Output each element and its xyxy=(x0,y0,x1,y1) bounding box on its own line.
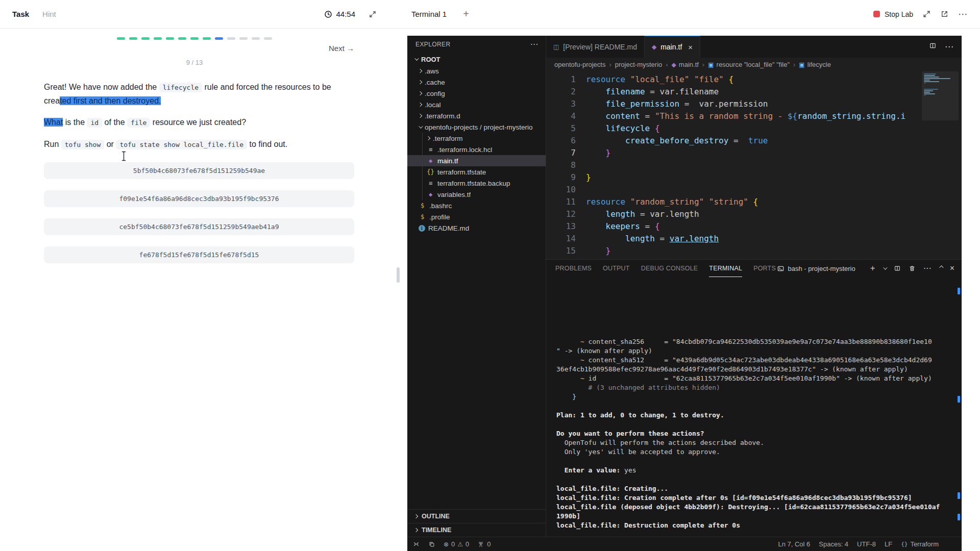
new-terminal-icon[interactable]: + xyxy=(870,263,875,273)
tab-task[interactable]: Task xyxy=(12,10,29,18)
breadcrumb-item[interactable]: opentofu-projects xyxy=(554,61,605,68)
tf-file-icon: ◆ xyxy=(427,157,434,164)
remote-indicator[interactable] xyxy=(412,540,420,548)
hcl-file-icon: ≡ xyxy=(427,180,434,187)
next-button[interactable]: Next → xyxy=(329,44,354,53)
file-label: .terraform.lock.hcl xyxy=(437,146,492,154)
text-run: Run xyxy=(44,140,61,148)
symbol-icon: ▣ xyxy=(799,61,804,68)
problems-status[interactable]: ⊗ 0 ⚠ 0 xyxy=(444,540,469,548)
file-item[interactable]: $.bashrc xyxy=(407,200,546,211)
open-external-icon[interactable] xyxy=(940,10,949,18)
folder-item[interactable]: .cache xyxy=(407,77,546,88)
terminal-line: OpenTofu will perform the actions descri… xyxy=(556,438,954,447)
timeline-section[interactable]: TIMELINE xyxy=(407,523,546,537)
ports-status[interactable]: 0 xyxy=(477,540,491,548)
panel-tab-output[interactable]: OUTPUT xyxy=(603,260,630,277)
maximize-panel-icon[interactable] xyxy=(939,265,943,269)
line-number: 12 xyxy=(546,208,576,220)
indentation-status[interactable]: Spaces: 4 xyxy=(819,540,848,548)
file-item[interactable]: iREADME.md xyxy=(407,222,546,234)
split-terminal-icon[interactable] xyxy=(894,265,901,272)
minimap-line xyxy=(924,86,924,87)
terminal-dropdown-icon[interactable] xyxy=(883,265,887,269)
code-editor[interactable]: 12345678910111213141516 resource "local_… xyxy=(546,71,962,259)
folder-item[interactable]: .terraform.d xyxy=(407,110,546,121)
inline-code: file xyxy=(127,118,150,128)
breadcrumb-item[interactable]: ▣lifecycle xyxy=(799,61,831,68)
terminal-shell-selector[interactable]: bash - project-mysterio xyxy=(777,265,855,272)
add-terminal-tab-button[interactable]: + xyxy=(463,8,469,20)
line-number: 15 xyxy=(546,245,576,257)
panel-tab-ports[interactable]: PORTS xyxy=(753,260,776,277)
workspace-root-folder[interactable]: ROOT xyxy=(407,53,546,65)
notifications-bell[interactable] xyxy=(947,541,954,548)
copy-status-icon[interactable] xyxy=(428,541,435,548)
file-item[interactable]: $.profile xyxy=(407,211,546,222)
breadcrumb-label: opentofu-projects xyxy=(554,61,605,68)
breadcrumb-item[interactable]: ▣resource "local_file" "file" xyxy=(708,61,790,68)
terminal-line xyxy=(556,420,954,429)
encoding-status[interactable]: UTF-8 xyxy=(857,540,876,548)
editor-tab[interactable]: ◫[Preview] README.md xyxy=(546,36,645,58)
breadcrumb-item[interactable]: project-mysterio xyxy=(615,61,662,68)
text-run: resource we just created? xyxy=(150,118,246,127)
minimap-line xyxy=(924,75,935,76)
answer-option[interactable]: fe678f5d15fe678f5d15fe678f5d15 xyxy=(44,246,354,263)
language-mode[interactable]: {} Terraform xyxy=(901,540,939,548)
minimap[interactable] xyxy=(924,73,957,98)
panel-tab-problems[interactable]: PROBLEMS xyxy=(555,260,592,277)
explorer-more-icon[interactable]: ⋯ xyxy=(530,40,538,48)
answer-option[interactable]: f09e1e54f6a86a96d8cec3dba93b195f9bc95376 xyxy=(44,190,354,207)
folder-item[interactable]: .config xyxy=(407,88,546,99)
folder-item[interactable]: .aws xyxy=(407,65,546,77)
folder-item[interactable]: .terraform xyxy=(407,133,546,144)
minimap-line xyxy=(924,89,938,90)
tab-terminal-1[interactable]: Terminal 1 xyxy=(411,10,447,18)
cursor-position[interactable]: Ln 7, Col 6 xyxy=(778,540,810,548)
editor-column: ◫[Preview] README.md◆main.tf× ⋯ opentofu… xyxy=(546,36,962,537)
tf-file-icon: ◆ xyxy=(427,191,434,198)
expand-workspace-icon[interactable] xyxy=(922,10,931,18)
file-label: .aws xyxy=(425,67,439,75)
breadcrumb-item[interactable]: ◆main.tf xyxy=(672,61,699,68)
answer-option[interactable]: ce5bf50b4c68073fe678f5d151259b549aeb41a9 xyxy=(44,218,354,235)
editor-tab[interactable]: ◆main.tf× xyxy=(645,36,700,58)
editor-more-icon[interactable]: ⋯ xyxy=(945,42,953,51)
shell-file-icon: $ xyxy=(419,202,426,209)
terminal-output[interactable]: ~ content_sha256 = "84cbdb079ca94622530d… xyxy=(546,277,962,537)
stop-lab-button[interactable]: Stop Lab xyxy=(873,10,913,18)
terminal-line: " -> (known after apply) xyxy=(556,346,954,356)
split-editor-icon[interactable] xyxy=(929,42,937,52)
folder-item[interactable]: opentofu-projects / project-mysterio xyxy=(407,121,546,133)
file-item[interactable]: {}terraform.tfstate xyxy=(407,166,546,178)
panel-tab-terminal[interactable]: TERMINAL xyxy=(709,260,742,277)
outline-section[interactable]: OUTLINE xyxy=(407,509,546,523)
file-label: variables.tf xyxy=(437,191,471,198)
chevron-right-icon xyxy=(414,514,418,518)
eol-status[interactable]: LF xyxy=(885,540,892,548)
inline-code: lifecycle xyxy=(159,83,202,92)
task-paragraph: What is the id of the file resource we j… xyxy=(44,116,354,130)
kill-terminal-icon[interactable] xyxy=(909,265,916,272)
expand-task-icon[interactable] xyxy=(369,10,377,18)
file-label: .config xyxy=(425,90,445,97)
code-line xyxy=(586,184,962,196)
close-icon[interactable]: × xyxy=(688,43,693,52)
file-item[interactable]: ◆variables.tf xyxy=(407,189,546,200)
panel-resize-handle[interactable] xyxy=(397,267,400,283)
file-item[interactable]: ≡.terraform.lock.hcl xyxy=(407,144,546,155)
folder-item[interactable]: .local xyxy=(407,99,546,110)
file-item[interactable]: ≡terraform.tfstate.backup xyxy=(407,178,546,189)
panel-more-icon[interactable]: ⋯ xyxy=(923,264,932,272)
tab-hint[interactable]: Hint xyxy=(42,10,56,18)
file-item[interactable]: ◆main.tf xyxy=(407,155,546,166)
answer-option[interactable]: 5bf50b4c68073fe678f5d151259b549ae xyxy=(44,162,354,179)
error-count: 0 xyxy=(451,540,455,548)
close-panel-icon[interactable]: × xyxy=(950,264,954,273)
inline-code: id xyxy=(87,118,102,128)
file-label: .bashrc xyxy=(429,202,452,210)
more-options-icon[interactable]: ⋯ xyxy=(958,9,968,19)
panel-tab-debug-console[interactable]: DEBUG CONSOLE xyxy=(641,260,698,277)
terminal-line: local_file.file (deposed object 4bb2b09f… xyxy=(556,503,954,512)
